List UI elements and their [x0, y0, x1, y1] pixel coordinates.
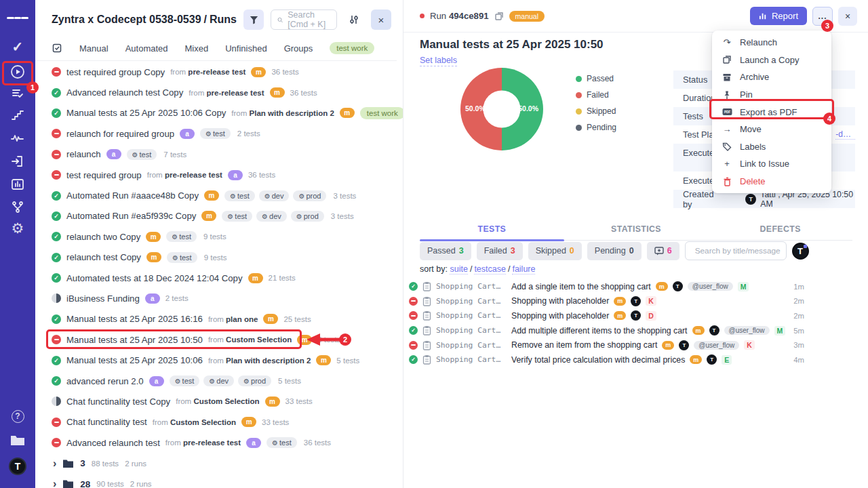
run-plan-origin: from Plan with description 2	[231, 109, 334, 117]
runs-tab-groups[interactable]: Groups	[284, 43, 313, 54]
run-list-item[interactable]: relaunch for required group a ⚙test 2 te…	[35, 123, 390, 144]
help-icon[interactable]: ?	[7, 407, 28, 426]
run-mode-badge: a	[246, 438, 261, 448]
play-circle-icon[interactable]	[7, 62, 28, 81]
app-sidebar: ✓ ⚙ ? T	[0, 0, 35, 488]
menu-item-move[interactable]: → Move	[712, 121, 831, 138]
tag-chip-test-work[interactable]: test work	[330, 42, 374, 54]
run-group-row[interactable]: › 3 88 tests 2 runs	[35, 453, 390, 473]
run-list-item[interactable]: Manual tests at 25 Apr 2025 10:06 Copy f…	[35, 103, 390, 123]
menu-item-launch-a-copy[interactable]: Launch a Copy	[712, 52, 831, 69]
user-avatar: T	[745, 194, 756, 205]
test-row[interactable]: Shopping Cart… Add a single item to the …	[403, 279, 868, 294]
report-button[interactable]: Report	[750, 7, 807, 25]
assignee-filter-avatar[interactable]: T	[792, 243, 809, 260]
pulse-icon[interactable]	[7, 129, 28, 148]
run-list-item[interactable]: relaunch two Copy m ⚙test 9 tests	[35, 226, 390, 247]
set-labels-link[interactable]: Set labels	[420, 56, 457, 66]
comments-filter-chip[interactable]: 6	[647, 242, 679, 260]
run-list-item[interactable]: Advanced relaunch test from pre-release …	[35, 432, 390, 453]
adjustments-button[interactable]	[344, 9, 364, 30]
run-list-item[interactable]: test required group Copy from pre-releas…	[35, 62, 390, 82]
sort-link-suite[interactable]: suite	[450, 264, 467, 274]
test-row[interactable]: Shopping Cart… Shopping with placeholder…	[403, 294, 868, 309]
summary-link-value[interactable]: -d…	[835, 129, 855, 140]
test-title: Verify total price calculation with deci…	[511, 355, 685, 365]
test-row[interactable]: Shopping Cart… Verify total price calcul…	[403, 352, 868, 367]
menu-item-relaunch[interactable]: ↷ Relaunch	[712, 34, 831, 52]
detail-tabs: TESTS STATISTICS DEFECTS	[420, 220, 852, 241]
run-list-item[interactable]: Manual tests at 25 Apr 2025 16:16 from p…	[35, 309, 390, 329]
more-actions-button[interactable]: ...	[812, 7, 833, 26]
user-avatar[interactable]: T	[7, 457, 28, 476]
runs-tab-automated[interactable]: Automated	[125, 43, 168, 54]
test-mode-badge: m	[614, 297, 626, 306]
runs-search-input[interactable]: Search [Cmd + K]	[271, 9, 337, 30]
filter-chip-pending[interactable]: Pending0	[587, 242, 642, 260]
run-status-icon	[52, 108, 61, 118]
runs-tab-mixed[interactable]: Mixed	[185, 43, 209, 54]
test-suite-name: Shopping Cart…	[436, 326, 507, 335]
run-list-item[interactable]: Chat functinality test from Custom Selec…	[35, 412, 390, 432]
detail-tab-statistics[interactable]: STATISTICS	[564, 220, 709, 240]
testcase-icon	[422, 325, 431, 336]
run-list-item[interactable]: iBusiness Funding a 2 tests	[35, 288, 390, 308]
run-list-item[interactable]: relaunch test Copy m ⚙test 9 tests	[35, 247, 390, 268]
bar-chart-icon[interactable]	[7, 175, 28, 194]
menu-icon[interactable]	[7, 8, 28, 27]
chevron-right-icon[interactable]: ›	[53, 479, 56, 488]
run-list-item[interactable]: Chat functinality test Copy from Custom …	[35, 391, 390, 411]
test-list-icon[interactable]	[7, 84, 28, 103]
select-all-icon[interactable]	[52, 43, 62, 54]
tag-icon	[722, 142, 732, 151]
detail-tab-defects[interactable]: DEFECTS	[708, 220, 852, 240]
run-name: Automated Run #ea5f939c Copy	[66, 211, 196, 221]
menu-item-export-as-pdf[interactable]: PDF Export as PDF	[712, 103, 831, 121]
breadcrumb: Zyntra x Codecept 0538-0539/Runs	[52, 14, 237, 26]
steps-icon[interactable]	[7, 106, 28, 125]
menu-item-archive[interactable]: Archive	[712, 68, 831, 86]
menu-item-link-to-issue[interactable]: + Link to Issue	[712, 155, 831, 173]
tests-search-input[interactable]: Search by title/message	[685, 241, 787, 260]
filter-chip-failed[interactable]: Failed3	[477, 242, 523, 260]
test-row[interactable]: Shopping Cart… Add multiple different it…	[403, 323, 868, 338]
runs-tab-manual[interactable]: Manual	[79, 43, 108, 54]
runs-tab-unfinished[interactable]: Unfinished	[225, 43, 267, 54]
close-panel-button[interactable]: ×	[371, 9, 391, 30]
projects-folder-icon[interactable]	[7, 431, 28, 450]
run-list-item[interactable]: advanced rerun 2.0 a ⚙test⚙dev⚙prod 5 te…	[35, 371, 390, 391]
run-group-row[interactable]: › 28 90 tests 2 runs	[35, 474, 390, 488]
run-list-item[interactable]: relaunch a ⚙test 7 tests	[35, 144, 390, 165]
sign-in-icon[interactable]	[7, 152, 28, 171]
filter-chip-skipped[interactable]: Skipped0	[528, 242, 582, 260]
run-status-icon	[52, 67, 61, 77]
run-list-item[interactable]: Automated Run #aaace48b Copy m ⚙test⚙dev…	[35, 185, 390, 205]
test-row[interactable]: Shopping Cart… Remove an item from the s…	[403, 338, 868, 352]
filter-button[interactable]	[243, 9, 264, 30]
close-detail-button[interactable]: ×	[838, 7, 857, 26]
run-list-item[interactable]: Automated Run #ea5f939c Copy m ⚙test⚙dev…	[35, 206, 390, 226]
legend-dot	[576, 92, 582, 98]
detail-tab-tests[interactable]: TESTS	[420, 220, 564, 240]
gear-icon[interactable]: ⚙	[7, 219, 28, 238]
copy-run-id-icon[interactable]	[494, 12, 504, 21]
sort-link-failure[interactable]: failure	[512, 264, 535, 274]
menu-item-pin[interactable]: Pin	[712, 86, 831, 104]
archive-icon	[722, 73, 732, 82]
sort-link-testcase[interactable]: testcase	[474, 264, 506, 274]
run-actions-menu: ↷ Relaunch Launch a Copy Archive Pin PDF…	[712, 30, 831, 193]
run-name: Advanced relaunch test	[66, 438, 160, 448]
run-list-item[interactable]: Manual tests at 25 Apr 2025 10:06 from P…	[35, 350, 390, 370]
run-list-item[interactable]: test required group from pre-release tes…	[35, 165, 390, 185]
test-assignee-avatar: T	[709, 325, 719, 336]
menu-item-labels[interactable]: Labels	[712, 138, 831, 156]
filter-chip-passed[interactable]: Passed3	[420, 242, 471, 260]
check-icon[interactable]: ✓	[7, 37, 28, 56]
test-row[interactable]: Shopping Cart… Shopping with placeholder…	[403, 308, 868, 323]
menu-item-delete[interactable]: Delete	[712, 173, 831, 190]
run-list-item[interactable]: Advanced relaunch test Copy from pre-rel…	[35, 82, 390, 102]
chevron-right-icon[interactable]: ›	[53, 458, 56, 469]
run-list-item[interactable]: Automated tests at 18 Dec 2024 12:04 Cop…	[35, 268, 390, 288]
branch-icon[interactable]	[7, 198, 28, 217]
run-list-item[interactable]: Manual tests at 25 Apr 2025 10:50 from C…	[35, 329, 390, 350]
